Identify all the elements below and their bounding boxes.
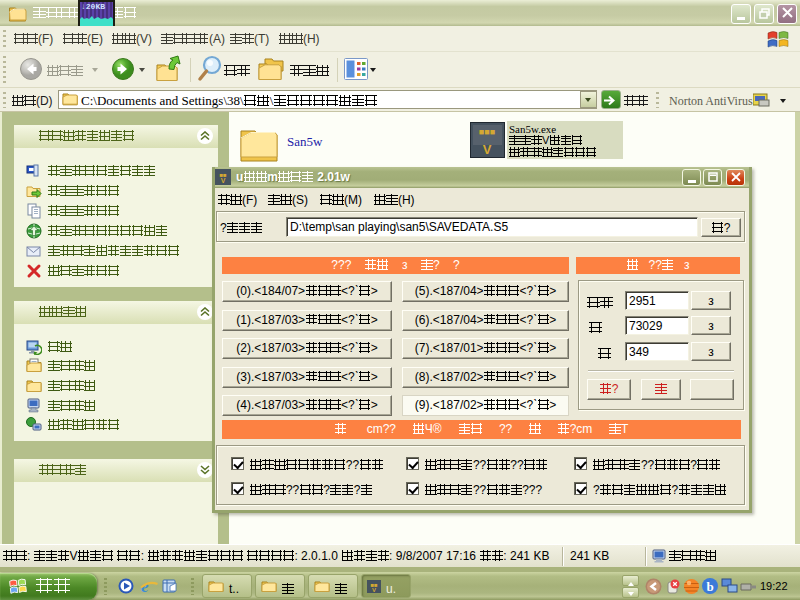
svg-text:V: V xyxy=(483,142,492,157)
svg-text:V: V xyxy=(372,587,376,593)
svg-text:■■■: ■■■ xyxy=(479,127,495,137)
svg-text:b: b xyxy=(706,579,713,594)
svg-text:V: V xyxy=(221,177,226,184)
